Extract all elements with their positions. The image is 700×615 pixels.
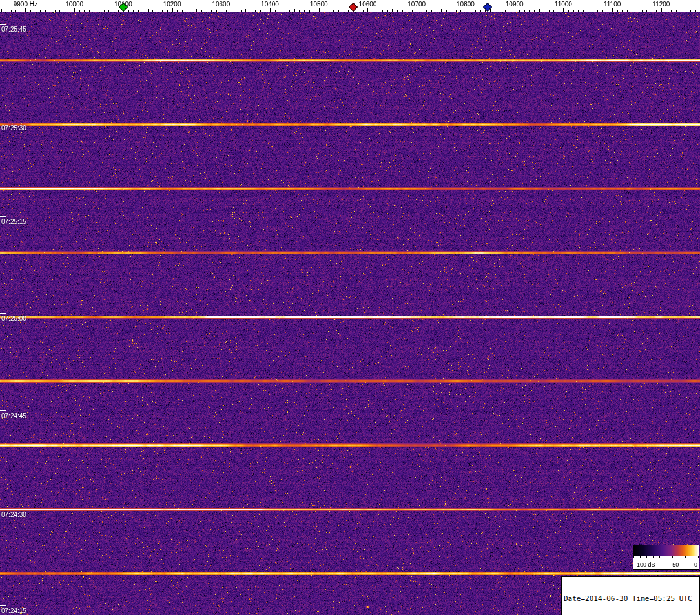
time-tick xyxy=(0,313,6,314)
time-tick xyxy=(0,509,6,510)
time-tick xyxy=(0,24,6,25)
marker-blue-diamond xyxy=(483,3,492,12)
time-tick-label: 07:24:45 xyxy=(1,412,26,419)
legend-mid-label: -50 xyxy=(670,561,679,569)
legend-labels: -100 dB -50 0 xyxy=(633,561,699,569)
ruler-markers xyxy=(0,0,700,12)
marker-red-diamond xyxy=(349,3,358,12)
legend-min-label: -100 dB xyxy=(635,561,655,569)
time-tick xyxy=(0,410,6,411)
color-scale-legend: -100 dB -50 0 xyxy=(633,545,699,570)
time-tick-label: 07:25:00 xyxy=(1,315,26,322)
time-tick-label: 07:25:45 xyxy=(1,26,26,33)
frequency-ruler: 9900 Hz100001010010200103001040010500106… xyxy=(0,0,700,12)
marker-green-diamond xyxy=(119,3,128,12)
info-box: Date=2014-06-30 Time=05:25 UTC Freq=143 … xyxy=(561,576,700,615)
spectrogram-view: 9900 Hz100001010010200103001040010500106… xyxy=(0,0,700,615)
time-tick xyxy=(0,216,6,217)
info-date-line: Date=2014-06-30 Time=05:25 UTC xyxy=(564,594,697,603)
waterfall: 07:25:4507:25:3007:25:1507:25:0007:24:45… xyxy=(0,12,700,615)
time-axis-labels: 07:25:4507:25:3007:25:1507:25:0007:24:45… xyxy=(0,12,700,615)
time-tick-label: 07:24:15 xyxy=(1,607,26,614)
time-tick-label: 07:25:15 xyxy=(1,218,26,225)
time-tick xyxy=(0,123,6,123)
legend-gradient-canvas xyxy=(633,545,699,561)
time-tick-label: 07:24:30 xyxy=(1,511,26,518)
legend-max-label: 0 xyxy=(694,561,697,569)
time-tick-label: 07:25:30 xyxy=(1,125,26,132)
time-tick xyxy=(0,605,6,606)
